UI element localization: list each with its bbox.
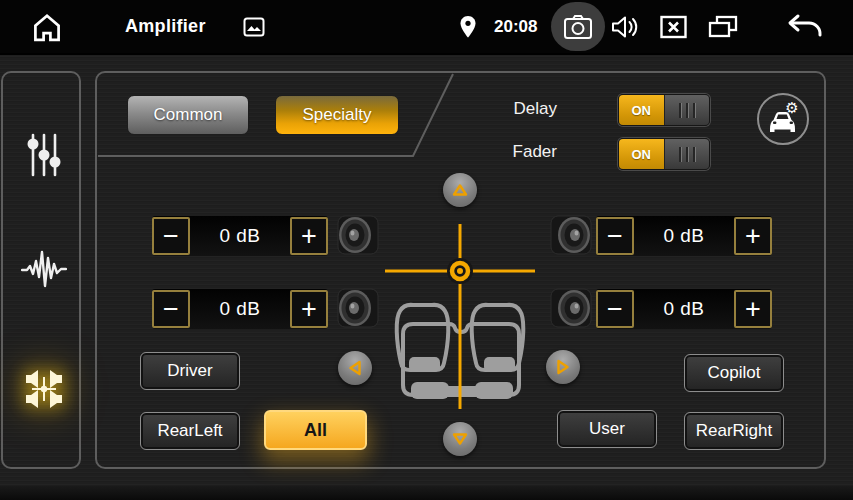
gain-front-right-plus-button[interactable]: + (734, 217, 772, 255)
fader-panel: Common Specialty Delay ON Fader ON ⚙ (95, 71, 826, 469)
fader-label: Fader (477, 142, 557, 162)
zone-user-button[interactable]: User (557, 410, 657, 448)
fader-toggle-on-label: ON (619, 139, 664, 169)
plus-icon: + (301, 296, 317, 323)
car-gear-icon: ⚙ (765, 102, 801, 136)
equalizer-sliders-icon (24, 133, 64, 177)
status-bar: Amplifier 20:08 (0, 0, 853, 55)
gain-rear-left-plus-button[interactable]: + (290, 290, 328, 328)
move-down-button[interactable] (443, 422, 477, 456)
clock: 20:08 (494, 0, 537, 53)
speaker-rear-right-icon (549, 286, 595, 330)
gain-front-left: − 0 dB + (152, 216, 328, 256)
delay-label: Delay (477, 99, 557, 119)
tab-specialty[interactable]: Specialty (275, 95, 399, 135)
arrow-right-icon (555, 357, 571, 377)
delay-toggle[interactable]: ON (618, 94, 710, 126)
plus-icon: + (301, 223, 317, 250)
car-settings-button[interactable]: ⚙ (757, 93, 809, 145)
gain-rear-right-plus-button[interactable]: + (734, 290, 772, 328)
zone-all-button[interactable]: All (264, 410, 367, 450)
move-left-button[interactable] (338, 351, 372, 385)
camera-button[interactable] (551, 2, 605, 51)
tab-common[interactable]: Common (127, 95, 249, 135)
sidebar-item-sound-effect[interactable] (22, 246, 66, 292)
zone-rearright-button[interactable]: RearRight (684, 412, 784, 450)
gain-rear-right: − 0 dB + (596, 289, 772, 329)
svg-text:⚙: ⚙ (785, 102, 798, 117)
arrow-left-icon (347, 358, 363, 378)
home-icon[interactable] (28, 0, 66, 53)
tab-specialty-label: Specialty (303, 105, 372, 125)
sidebar-item-equalizer[interactable] (22, 132, 66, 178)
gain-front-right: − 0 dB + (596, 216, 772, 256)
sidebar-item-fader-balance[interactable] (22, 366, 66, 412)
volume-icon[interactable] (608, 0, 642, 53)
tab-common-label: Common (154, 105, 223, 125)
zone-all-label: All (304, 420, 327, 441)
arrow-down-icon (450, 431, 470, 447)
plus-icon: + (745, 223, 761, 250)
zone-rearright-label: RearRight (696, 421, 773, 441)
zone-driver-button[interactable]: Driver (140, 352, 240, 390)
camera-icon (563, 14, 593, 40)
location-icon[interactable] (456, 0, 480, 53)
zone-user-label: User (589, 419, 625, 439)
zone-driver-label: Driver (167, 361, 212, 381)
delay-toggle-knob (664, 95, 710, 125)
zone-copilot-label: Copilot (708, 363, 761, 383)
gain-rear-left: − 0 dB + (152, 289, 328, 329)
page-title: Amplifier (125, 0, 206, 53)
sidebar (1, 71, 81, 469)
fader-toggle[interactable]: ON (618, 138, 710, 170)
gain-front-left-plus-button[interactable]: + (290, 217, 328, 255)
plus-icon: + (745, 296, 761, 323)
zone-copilot-button[interactable]: Copilot (684, 354, 784, 392)
recent-apps-icon[interactable] (704, 0, 742, 53)
balance-speakers-icon (24, 367, 64, 411)
back-icon[interactable] (780, 0, 826, 53)
speaker-front-left-icon (334, 213, 380, 257)
waveform-icon (21, 248, 67, 290)
close-box-icon[interactable] (658, 0, 688, 53)
zone-rearleft-button[interactable]: RearLeft (140, 412, 240, 450)
zone-rearleft-label: RearLeft (157, 421, 222, 441)
bottom-shade (0, 486, 853, 500)
fader-toggle-knob (664, 139, 710, 169)
delay-toggle-on-label: ON (619, 95, 664, 125)
speaker-rear-left-icon (334, 286, 380, 330)
speaker-front-right-icon (549, 213, 595, 257)
seat-position-diagram (372, 172, 552, 417)
image-icon[interactable] (241, 0, 267, 53)
